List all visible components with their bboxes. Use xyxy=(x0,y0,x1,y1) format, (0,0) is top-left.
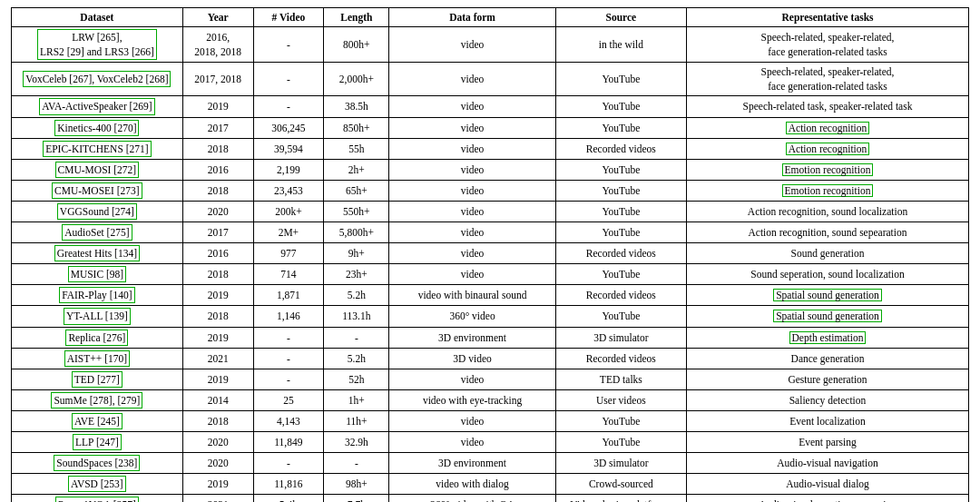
cell-year: 2018 xyxy=(182,410,253,431)
cell-year: 2017 xyxy=(182,222,253,243)
cell-year: 2019 xyxy=(182,369,253,389)
cell-dataset: CMU-MOSI [272] xyxy=(12,159,183,180)
cell-source: YouTube xyxy=(555,117,686,138)
cell-length: 23h+ xyxy=(324,264,389,285)
cell-source: YouTube xyxy=(555,222,686,243)
cell-source: YouTube xyxy=(555,96,686,117)
table-row: SumMe [278], [279]2014251h+video with ey… xyxy=(12,389,969,410)
cell-dataform: 360° video xyxy=(389,306,555,327)
data-table: Dataset Year # Video Length Data form So… xyxy=(11,7,969,502)
cell-source: YouTube xyxy=(555,264,686,285)
table-row: AIST++ [170]2021-5.2h3D videoRecorded vi… xyxy=(12,348,969,369)
cell-tasks: Audio-visual dialog xyxy=(687,474,969,495)
cell-dataform: video xyxy=(389,159,555,180)
table-row: AudioSet [275]20172M+5,800h+videoYouTube… xyxy=(12,222,969,243)
table-row: Replica [276]2019--3D environment3D simu… xyxy=(12,327,969,348)
cell-length: 98h+ xyxy=(324,474,389,495)
table-row: CMU-MOSI [272]20162,1992h+videoYouTubeEm… xyxy=(12,159,969,180)
cell-year: 2017 xyxy=(182,117,253,138)
cell-nvideo: - xyxy=(253,63,324,96)
cell-source: in the wild xyxy=(555,27,686,63)
cell-nvideo: 977 xyxy=(253,243,324,264)
header-tasks: Representative tasks xyxy=(687,8,969,27)
cell-nvideo: 200k+ xyxy=(253,201,324,221)
cell-tasks: Spatial sound generation xyxy=(687,285,969,306)
cell-tasks: Speech-related, speaker-related,face gen… xyxy=(687,27,969,63)
cell-source: Recorded videos xyxy=(555,243,686,264)
cell-dataform: video xyxy=(389,243,555,264)
cell-dataset: VoxCeleb [267], VoxCeleb2 [268] xyxy=(12,63,183,96)
header-dataform: Data form xyxy=(389,8,555,27)
cell-dataform: video xyxy=(389,201,555,221)
cell-dataform: video with binaural sound xyxy=(389,285,555,306)
cell-tasks: Spatial sound generation xyxy=(687,306,969,327)
cell-year: 2021 xyxy=(182,348,253,369)
cell-length: 32.9h xyxy=(324,431,389,452)
table-row: MUSIC [98]201871423h+videoYouTubeSound s… xyxy=(12,264,969,285)
cell-dataset: AIST++ [170] xyxy=(12,348,183,369)
cell-year: 2016 xyxy=(182,243,253,264)
cell-length: 113.1h xyxy=(324,306,389,327)
cell-dataform: video xyxy=(389,369,555,389)
cell-nvideo: - xyxy=(253,27,324,63)
cell-length: 52h xyxy=(324,369,389,389)
cell-year: 2020 xyxy=(182,201,253,221)
cell-source: YouTube xyxy=(555,63,686,96)
cell-nvideo: 1,146 xyxy=(253,306,324,327)
cell-nvideo: - xyxy=(253,369,324,389)
cell-dataform: video xyxy=(389,222,555,243)
cell-tasks: Gesture generation xyxy=(687,369,969,389)
cell-tasks: Dance generation xyxy=(687,348,969,369)
cell-length: 1h+ xyxy=(324,389,389,410)
table-row: AVSD [253]201911,81698h+video with dialo… xyxy=(12,474,969,495)
cell-length: - xyxy=(324,453,389,474)
cell-length: 2h+ xyxy=(324,159,389,180)
table-row: Greatest Hits [134]20169779h+videoRecord… xyxy=(12,243,969,264)
cell-source: YouTube xyxy=(555,306,686,327)
cell-source: YouTube xyxy=(555,201,686,221)
cell-dataset: MUSIC [98] xyxy=(12,264,183,285)
header-source: Source xyxy=(555,8,686,27)
cell-dataset: Pano-AVQA [257] xyxy=(12,495,183,502)
cell-tasks: Action recognition xyxy=(687,117,969,138)
header-nvideo: # Video xyxy=(253,8,324,27)
cell-tasks: Depth estimation xyxy=(687,327,969,348)
cell-nvideo: 11,816 xyxy=(253,474,324,495)
cell-source: User videos xyxy=(555,389,686,410)
cell-length: 2,000h+ xyxy=(324,63,389,96)
cell-tasks: Action recognition xyxy=(687,138,969,159)
cell-source: YouTube xyxy=(555,180,686,201)
table-row: AVE [245]20184,14311h+videoYouTubeEvent … xyxy=(12,410,969,431)
cell-tasks: Emotion recognition xyxy=(687,180,969,201)
cell-length: 38.5h xyxy=(324,96,389,117)
table-row: Pano-AVQA [257]20215.4k7.7h360° video wi… xyxy=(12,495,969,502)
cell-dataset: Replica [276] xyxy=(12,327,183,348)
cell-dataset: Greatest Hits [134] xyxy=(12,243,183,264)
cell-year: 2014 xyxy=(182,389,253,410)
header-length: Length xyxy=(324,8,389,27)
cell-length: 550h+ xyxy=(324,201,389,221)
cell-source: 3D simulator xyxy=(555,327,686,348)
cell-year: 2019 xyxy=(182,285,253,306)
cell-year: 2019 xyxy=(182,474,253,495)
cell-nvideo: 4,143 xyxy=(253,410,324,431)
cell-nvideo: 11,849 xyxy=(253,431,324,452)
cell-year: 2018 xyxy=(182,138,253,159)
cell-source: Recorded videos xyxy=(555,138,686,159)
cell-length: 7.7h xyxy=(324,495,389,502)
cell-dataform: 3D environment xyxy=(389,453,555,474)
table-row: Kinetics-400 [270]2017306,245850h+videoY… xyxy=(12,117,969,138)
cell-dataform: video xyxy=(389,180,555,201)
cell-year: 2019 xyxy=(182,96,253,117)
cell-tasks: Event parsing xyxy=(687,431,969,452)
cell-tasks: Saliency detection xyxy=(687,389,969,410)
cell-dataform: video with eye-tracking xyxy=(389,389,555,410)
cell-length: 11h+ xyxy=(324,410,389,431)
cell-source: Recorded videos xyxy=(555,348,686,369)
cell-source: Recorded videos xyxy=(555,285,686,306)
cell-dataset: TED [277] xyxy=(12,369,183,389)
cell-year: 2017, 2018 xyxy=(182,63,253,96)
cell-nvideo: 2,199 xyxy=(253,159,324,180)
cell-nvideo: 306,245 xyxy=(253,117,324,138)
cell-tasks: Speech-related, speaker-related,face gen… xyxy=(687,63,969,96)
